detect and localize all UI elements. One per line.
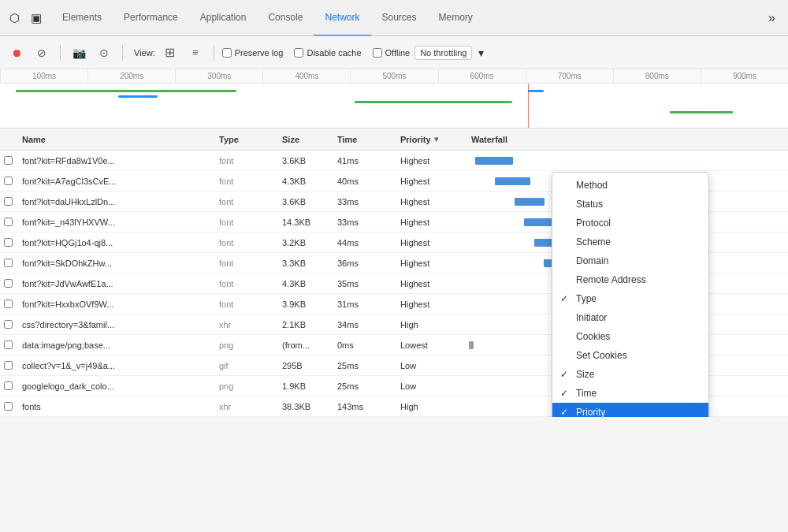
tick-1: 100ms <box>0 69 87 83</box>
view-grid-button[interactable]: ⊞ <box>160 43 180 63</box>
tabs-bar: ⬡ ▣ Elements Performance Application Con… <box>0 0 788 36</box>
timeline-bar-4 <box>528 90 544 92</box>
header-priority[interactable]: Priority ▾ <box>394 135 465 144</box>
timeline-bar-2 <box>118 95 158 98</box>
cursor-icon[interactable]: ⬡ <box>6 8 23 28</box>
row-type-8: xhr <box>213 320 276 329</box>
row-priority-12: High <box>394 402 465 411</box>
offline-group[interactable]: Offline <box>373 48 411 58</box>
row-time-7: 31ms <box>331 299 394 309</box>
offline-label: Offline <box>385 48 411 58</box>
row-checkbox-3[interactable] <box>0 218 16 226</box>
row-checkbox-8[interactable] <box>0 320 16 329</box>
row-checkbox-0[interactable] <box>0 156 16 165</box>
menu-item-priority[interactable]: ✓Priority <box>552 403 708 417</box>
menu-item-scheme[interactable]: Scheme <box>552 233 708 251</box>
row-type-5: font <box>213 259 276 268</box>
row-name-0: font?kit=RFda8w1V0e... <box>16 156 213 166</box>
row-time-12: 143ms <box>331 402 394 411</box>
menu-item-initiator[interactable]: Initiator <box>552 308 708 327</box>
row-checkbox-10[interactable] <box>0 361 16 370</box>
view-list-button[interactable]: ≡ <box>185 43 206 63</box>
device-icon[interactable]: ▣ <box>28 8 45 28</box>
tick-8: 800ms <box>613 69 701 83</box>
filter-button[interactable]: ⊙ <box>94 43 114 63</box>
row-name-6: font?kit=JdVwAwfE1a... <box>16 279 213 288</box>
row-checkbox-11[interactable] <box>0 381 16 390</box>
offline-checkbox[interactable] <box>373 48 382 58</box>
row-size-3: 14.3KB <box>276 218 331 227</box>
menu-item-domain[interactable]: Domain <box>552 251 708 270</box>
row-checkbox-2[interactable] <box>0 197 16 206</box>
tab-memory[interactable]: Memory <box>428 0 484 36</box>
dropdown-items: MethodStatusProtocolSchemeDomainRemote A… <box>552 176 708 417</box>
column-dropdown-menu[interactable]: MethodStatusProtocolSchemeDomainRemote A… <box>552 172 709 417</box>
tab-elements[interactable]: Elements <box>51 0 113 36</box>
preserve-log-checkbox[interactable] <box>222 48 232 58</box>
header-type[interactable]: Type <box>213 135 276 144</box>
row-name-8: css?directory=3&famil... <box>16 320 213 329</box>
menu-label: Status <box>576 199 603 210</box>
menu-item-set-cookies[interactable]: Set Cookies <box>552 346 708 365</box>
video-button[interactable]: 📷 <box>69 43 89 63</box>
row-type-4: font <box>213 238 276 247</box>
check-icon: ✓ <box>560 388 568 399</box>
timeline-bars <box>0 84 788 128</box>
tab-application[interactable]: Application <box>189 0 258 36</box>
header-time[interactable]: Time <box>331 135 394 144</box>
row-checkbox-4[interactable] <box>0 238 16 247</box>
network-toolbar: ⏺ ⊘ 📷 ⊙ View: ⊞ ≡ Preserve log Disable c… <box>0 36 788 69</box>
row-priority-1: Highest <box>394 177 465 186</box>
devtools-icons: ⬡ ▣ <box>6 8 45 28</box>
row-priority-10: Low <box>394 361 465 370</box>
stop-button[interactable]: ⊘ <box>32 43 52 63</box>
view-label: View: <box>134 48 155 58</box>
menu-item-size[interactable]: ✓Size <box>552 365 708 384</box>
row-checkbox-6[interactable] <box>0 279 16 288</box>
menu-item-type[interactable]: ✓Type <box>552 289 708 308</box>
preserve-log-group[interactable]: Preserve log <box>222 48 284 58</box>
row-size-2: 3.6KB <box>276 197 331 206</box>
table-row[interactable]: font?kit=RFda8w1V0e... font 3.6KB 41ms H… <box>0 151 788 171</box>
more-tabs-button[interactable]: » <box>762 8 782 28</box>
menu-item-method[interactable]: Method <box>552 176 708 195</box>
tab-console[interactable]: Console <box>257 0 314 36</box>
disable-cache-checkbox[interactable] <box>294 48 303 58</box>
throttle-arrow[interactable]: ▾ <box>478 47 484 59</box>
separator-3 <box>214 45 214 61</box>
row-checkbox-5[interactable] <box>0 259 16 267</box>
throttle-select[interactable]: No throttling <box>414 46 472 60</box>
menu-item-status[interactable]: Status <box>552 195 708 214</box>
timeline-ruler: 100ms 200ms 300ms 400ms 500ms 600ms 700m… <box>0 69 788 84</box>
tab-performance[interactable]: Performance <box>113 0 189 36</box>
tab-network[interactable]: Network <box>314 0 370 36</box>
row-size-9: (from... <box>276 340 331 350</box>
header-size[interactable]: Size <box>276 135 331 144</box>
tick-7: 700ms <box>526 69 613 83</box>
menu-item-remote-address[interactable]: Remote Address <box>552 270 708 289</box>
row-checkbox-12[interactable] <box>0 402 16 411</box>
tick-3: 300ms <box>175 69 262 83</box>
row-checkbox-1[interactable] <box>0 177 16 185</box>
menu-label: Set Cookies <box>576 350 627 361</box>
disable-cache-group[interactable]: Disable cache <box>294 48 361 58</box>
tick-4: 400ms <box>262 69 350 83</box>
menu-label: Time <box>576 388 597 399</box>
header-waterfall[interactable]: Waterfall <box>465 135 788 144</box>
tab-sources[interactable]: Sources <box>371 0 428 36</box>
record-button[interactable]: ⏺ <box>6 43 27 63</box>
row-time-6: 35ms <box>331 279 394 288</box>
row-checkbox-7[interactable] <box>0 299 16 308</box>
row-time-1: 40ms <box>331 177 394 186</box>
header-name[interactable]: Name <box>16 135 213 144</box>
row-type-9: png <box>213 340 276 350</box>
row-size-12: 38.3KB <box>276 402 331 411</box>
menu-item-cookies[interactable]: Cookies <box>552 327 708 346</box>
row-checkbox-9[interactable] <box>0 340 16 349</box>
row-name-11: googlelogo_dark_colo... <box>16 381 213 391</box>
disable-cache-label: Disable cache <box>307 48 361 58</box>
menu-item-time[interactable]: ✓Time <box>552 384 708 403</box>
menu-item-protocol[interactable]: Protocol <box>552 214 708 233</box>
row-priority-8: High <box>394 320 465 329</box>
menu-label: Protocol <box>576 218 611 229</box>
